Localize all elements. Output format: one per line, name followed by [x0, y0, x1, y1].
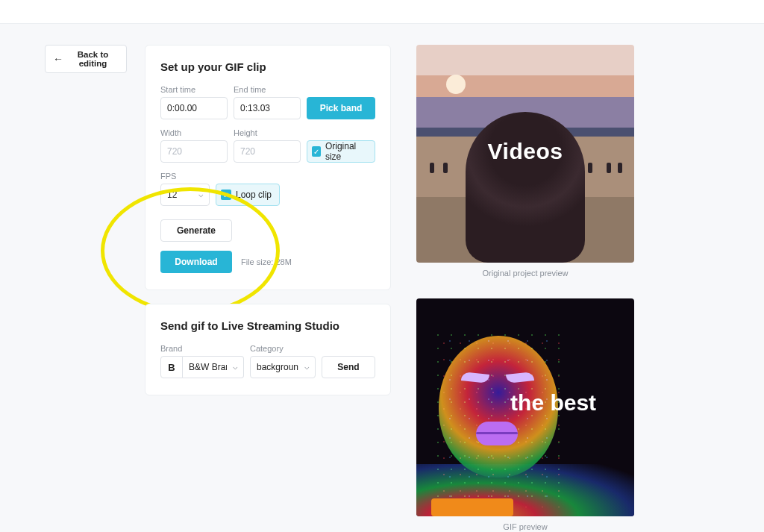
loop-clip-checkbox[interactable]: ✓ Loop clip — [216, 184, 280, 206]
original-preview-text: Videos — [488, 139, 563, 164]
send-gif-card: Send gif to Live Streaming Studio Brand … — [145, 304, 391, 395]
fps-label: FPS — [160, 172, 210, 181]
start-time-input[interactable] — [160, 97, 228, 119]
gif-setup-card: Set up your GIF clip Start time End time… — [145, 45, 391, 290]
start-time-label: Start time — [160, 85, 228, 94]
download-button[interactable]: Download — [160, 251, 232, 273]
height-label: Height — [234, 128, 301, 137]
check-icon: ✓ — [221, 190, 231, 200]
category-label: Category — [250, 344, 316, 353]
width-input[interactable] — [160, 140, 228, 163]
brand-label: Brand — [160, 344, 244, 353]
original-preview: Videos — [416, 45, 634, 263]
settings-column: Set up your GIF clip Start time End time… — [145, 45, 391, 395]
original-size-label: Original size — [325, 141, 367, 162]
brand-select[interactable]: B&W Brand — [183, 356, 244, 378]
check-icon: ✓ — [312, 146, 321, 157]
brand-b-icon: B — [160, 356, 183, 378]
preview-column: Videos Original project preview the best… — [416, 45, 634, 532]
send-card-title: Send gif to Live Streaming Studio — [160, 319, 375, 332]
gif-preview-caption: GIF preview — [416, 522, 634, 531]
back-label: Back to editing — [67, 50, 119, 68]
width-label: Width — [160, 128, 228, 137]
end-time-label: End time — [234, 85, 301, 94]
category-select[interactable]: background — [250, 356, 316, 378]
height-input[interactable] — [234, 140, 301, 163]
page: ← Back to editing Set up your GIF clip S… — [0, 24, 764, 532]
gif-preview: the best — [416, 298, 634, 516]
end-time-input[interactable] — [234, 97, 301, 119]
top-bar — [0, 0, 764, 24]
loop-clip-label: Loop clip — [236, 190, 272, 200]
fps-select[interactable]: 12 — [160, 184, 210, 206]
gif-preview-text: the best — [510, 390, 596, 416]
original-preview-caption: Original project preview — [416, 269, 634, 278]
generate-button[interactable]: Generate — [160, 219, 232, 242]
send-button[interactable]: Send — [322, 356, 375, 378]
pick-band-button[interactable]: Pick band — [307, 97, 375, 119]
back-to-editing-button[interactable]: ← Back to editing — [45, 45, 127, 73]
gif-card-title: Set up your GIF clip — [160, 60, 375, 73]
arrow-left-icon: ← — [53, 54, 63, 64]
file-size-text: File size: 28M — [241, 257, 292, 266]
original-size-checkbox[interactable]: ✓ Original size — [307, 140, 375, 163]
left-column: ← Back to editing — [45, 45, 127, 73]
